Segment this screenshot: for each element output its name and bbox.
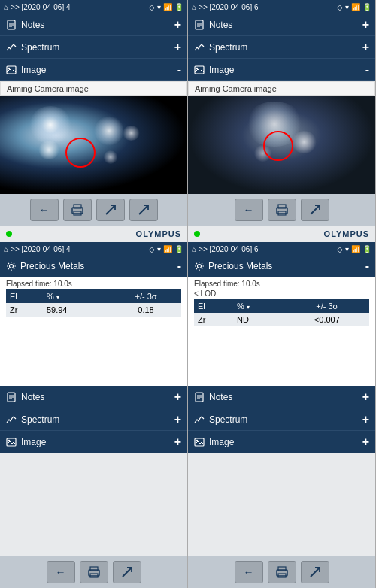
menu-image-label-left: Image bbox=[21, 65, 46, 75]
bottom-spectrum-label-left: Spectrum bbox=[21, 414, 59, 425]
bottom-spectrum-action-right: + bbox=[362, 413, 369, 426]
battery-icon: 🔋 bbox=[174, 3, 183, 11]
bottom-notes-action-left: + bbox=[174, 390, 181, 404]
pm-content-left: Elapsed time: 10.0s El % ▾ +/- 3σ Zr 59.… bbox=[0, 277, 187, 386]
gem-highlight-3 bbox=[103, 150, 118, 164]
expand1-icon-top-right bbox=[309, 204, 321, 216]
svg-rect-4 bbox=[7, 66, 16, 74]
sort-icon-left[interactable]: ▾ bbox=[56, 294, 59, 301]
menu-spectrum-action-left: + bbox=[174, 41, 181, 54]
status2-left-info: ⌂ >> [2020-04-06] 4 bbox=[4, 245, 71, 253]
print-icon-top-right bbox=[275, 204, 289, 216]
notes-icon-left bbox=[6, 20, 17, 30]
circle-marker-right bbox=[263, 131, 293, 161]
pm-header-right[interactable]: Precious Metals - bbox=[188, 256, 375, 277]
print-button-top-left[interactable] bbox=[63, 199, 92, 221]
pm-header-left[interactable]: Precious Metals - bbox=[0, 256, 187, 277]
spectrum-icon-right bbox=[194, 42, 205, 53]
pm-action-right: - bbox=[365, 259, 369, 273]
bottom-notes-action-right: + bbox=[362, 390, 369, 404]
bottom-spectrum-icon-left bbox=[6, 414, 17, 425]
bottom-menu-image-left[interactable]: Image + bbox=[0, 431, 187, 453]
bottom-notes-label-left: Notes bbox=[21, 392, 44, 402]
expand-icon-bottom-left bbox=[121, 566, 133, 578]
signal2-icon-left: 📶 bbox=[163, 245, 172, 253]
print-button-bottom-right[interactable] bbox=[268, 561, 296, 583]
expand-icon-bottom-right bbox=[309, 566, 321, 578]
expand-button-bottom-right[interactable] bbox=[301, 561, 329, 583]
print-button-bottom-left[interactable] bbox=[80, 561, 108, 583]
menu-notes-action-right: + bbox=[362, 18, 369, 32]
menu-notes-left[interactable]: Notes + bbox=[0, 14, 187, 36]
svg-line-10 bbox=[139, 205, 148, 214]
expand2-icon-top-left bbox=[138, 204, 150, 216]
back-button-bottom-left[interactable]: ← bbox=[47, 561, 75, 583]
menu-spectrum-action-right: + bbox=[362, 41, 369, 54]
status-icons-right: ◇ ▾ 📶 🔋 bbox=[337, 3, 371, 11]
pct-val-left: 59.94 bbox=[43, 303, 111, 317]
pm-title-right: Precious Metals bbox=[208, 261, 272, 271]
expand2-button-top-left[interactable] bbox=[129, 199, 158, 221]
bottom-notes-icon-left bbox=[6, 392, 17, 402]
menu-notes-label-left: Notes bbox=[21, 20, 44, 30]
back-button-top-right[interactable]: ← bbox=[235, 199, 263, 221]
status-icons-left: ◇ ▾ 📶 🔋 bbox=[149, 3, 183, 11]
menu-notes-right[interactable]: Notes + bbox=[188, 14, 375, 36]
battery2-icon-right: 🔋 bbox=[362, 245, 371, 253]
bottom-menus-right: Notes + Spectrum + Image + bbox=[188, 386, 375, 453]
gem2-highlight-1 bbox=[291, 131, 317, 153]
el-val-left: Zr bbox=[6, 303, 43, 317]
expand-button-bottom-left[interactable] bbox=[113, 561, 141, 583]
signal2-icon-right: 📶 bbox=[351, 245, 360, 253]
diamond2-icon-left: ◇ bbox=[149, 245, 155, 253]
bottom-image-action-left: + bbox=[174, 435, 181, 449]
home-icon-right: ⌂ bbox=[192, 3, 196, 11]
sort-icon-right[interactable]: ▾ bbox=[247, 304, 250, 311]
data-table-left: El % ▾ +/- 3σ Zr 59.94 0.18 bbox=[6, 289, 181, 317]
lod-text-right: < LOD bbox=[194, 289, 369, 298]
back-button-bottom-right[interactable]: ← bbox=[235, 561, 263, 583]
green-dot-top-left bbox=[6, 231, 12, 237]
bottom-image-label-right: Image bbox=[209, 437, 234, 447]
bottom-toolbar-left: ← bbox=[0, 556, 187, 588]
bottom-menus-left: Notes + Spectrum + Image + bbox=[0, 386, 187, 453]
col-pct-header-right: % ▾ bbox=[233, 299, 285, 313]
bottom-menu-image-right[interactable]: Image + bbox=[188, 431, 375, 453]
bottom-menu-spectrum-right[interactable]: Spectrum + bbox=[188, 408, 375, 431]
bottom-notes-label-right: Notes bbox=[209, 392, 232, 402]
status2-icons-left: ◇ ▾ 📶 🔋 bbox=[149, 245, 183, 253]
menu-spectrum-right[interactable]: Spectrum + bbox=[188, 36, 375, 59]
breadcrumb2-left: >> [2020-04-06] 4 bbox=[11, 245, 71, 253]
brand-bar-top-left: OLYMPUS bbox=[0, 226, 187, 242]
wifi2-icon-left: ▾ bbox=[157, 245, 161, 253]
expand1-button-top-right[interactable] bbox=[301, 199, 329, 221]
menu-image-left[interactable]: Image - bbox=[0, 59, 187, 81]
print-icon-bottom-left bbox=[87, 566, 101, 578]
breadcrumb-left: >> [2020-04-06] 4 bbox=[11, 3, 71, 11]
green-dot-top-right bbox=[194, 231, 200, 237]
spacer-right bbox=[188, 453, 375, 556]
menu-image-right[interactable]: Image - bbox=[188, 59, 375, 81]
data-table-right: El % ▾ +/- 3σ Zr ND <0.007 bbox=[194, 299, 369, 326]
menu-notes-action-left: + bbox=[174, 18, 181, 32]
status-bar-top-right: ⌂ >> [2020-04-06] 6 ◇ ▾ 📶 🔋 bbox=[188, 0, 375, 14]
print-button-top-right[interactable] bbox=[268, 199, 296, 221]
circle-marker-left bbox=[65, 138, 96, 168]
menu-spectrum-left[interactable]: Spectrum + bbox=[0, 36, 187, 59]
table-row-left: Zr 59.94 0.18 bbox=[6, 303, 181, 317]
sigma-val-left: 0.18 bbox=[111, 303, 181, 317]
bottom-spectrum-label-right: Spectrum bbox=[209, 414, 247, 425]
bottom-menu-notes-left[interactable]: Notes + bbox=[0, 386, 187, 408]
bottom-menu-spectrum-left[interactable]: Spectrum + bbox=[0, 408, 187, 431]
col-sigma-header-right: +/- 3σ bbox=[285, 299, 369, 313]
home2-icon-right: ⌂ bbox=[192, 245, 196, 253]
bottom-menu-notes-right[interactable]: Notes + bbox=[188, 386, 375, 408]
col-sigma-header-left: +/- 3σ bbox=[111, 289, 181, 303]
expand1-button-top-left[interactable] bbox=[96, 199, 125, 221]
back-button-top-left[interactable]: ← bbox=[30, 199, 59, 221]
brand-bar-top-right: OLYMPUS bbox=[188, 226, 375, 242]
breadcrumb2-right: >> [2020-04-06] 6 bbox=[199, 245, 259, 253]
bottom-spectrum-action-left: + bbox=[174, 413, 181, 426]
panel-right: ⌂ >> [2020-04-06] 6 ◇ ▾ 📶 🔋 Notes + bbox=[188, 0, 376, 588]
notes-icon-right bbox=[194, 20, 205, 30]
